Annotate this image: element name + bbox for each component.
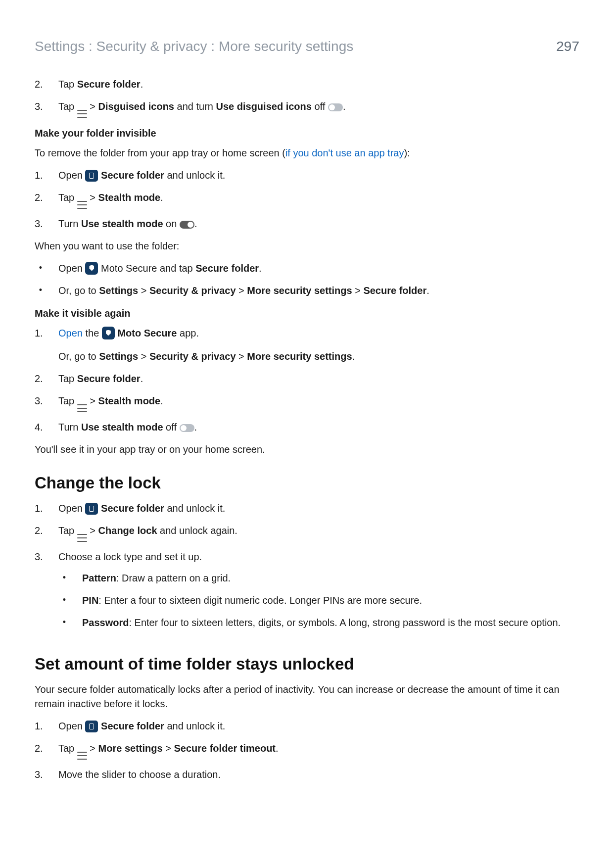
text-bold: Secure folder bbox=[101, 503, 164, 514]
text: Tap bbox=[58, 192, 77, 203]
text: Moto Secure and tap bbox=[98, 263, 195, 274]
text-bold: Stealth mode bbox=[98, 395, 161, 406]
text: and unlock again. bbox=[157, 525, 237, 536]
text: Turn bbox=[58, 422, 81, 433]
section-change-lock: Change the lock bbox=[35, 474, 579, 492]
breadcrumb: Settings : Security & privacy : More sec… bbox=[35, 39, 353, 54]
step-item: 2. Tap Secure folder. bbox=[35, 372, 579, 386]
steps-changelock: 1. Open Secure folder and unlock it. 2. … bbox=[35, 501, 579, 638]
secure-folder-icon bbox=[85, 721, 98, 732]
text: Turn bbox=[58, 218, 81, 229]
text: Open bbox=[58, 721, 85, 731]
section-timeout: Set amount of time folder stays unlocked bbox=[35, 655, 579, 674]
step-item: 1. Open Secure folder and unlock it. bbox=[35, 719, 579, 733]
text: . bbox=[160, 192, 163, 203]
text-bold: PIN bbox=[82, 595, 98, 606]
text: . bbox=[276, 743, 279, 754]
text: > bbox=[87, 101, 98, 112]
text: Tap bbox=[58, 743, 77, 754]
step-item: 2. Tap > More settings > Secure folder t… bbox=[35, 741, 579, 760]
step-item: 1. Open the Moto Secure app. Or, go to S… bbox=[35, 326, 579, 364]
step-number: 2. bbox=[35, 524, 47, 542]
text: Tap bbox=[58, 525, 77, 536]
steps-disguised: 2. Tap Secure folder. 3. Tap > Disguised… bbox=[35, 77, 579, 118]
step-number: 3. bbox=[35, 394, 47, 412]
text: Tap bbox=[58, 79, 77, 90]
text-bold: Secure folder bbox=[195, 263, 259, 274]
list-item: Password: Enter four to sixteen letters,… bbox=[58, 616, 579, 630]
text: . bbox=[194, 218, 197, 229]
step-item: 1. Open Secure folder and unlock it. bbox=[35, 168, 579, 183]
step-number: 2. bbox=[35, 741, 47, 760]
page-header: Settings : Security & privacy : More sec… bbox=[35, 39, 579, 54]
menu-icon bbox=[77, 752, 87, 760]
text: Or, go to bbox=[58, 285, 99, 296]
text: . bbox=[426, 285, 429, 296]
list-item: Or, go to Settings > Security & privacy … bbox=[35, 284, 579, 298]
step-item: 1. Open Secure folder and unlock it. bbox=[35, 501, 579, 516]
steps-visible: 1. Open the Moto Secure app. Or, go to S… bbox=[35, 326, 579, 434]
text: off bbox=[312, 101, 328, 112]
text-bold: Secure folder timeout bbox=[174, 743, 276, 754]
page-number: 297 bbox=[556, 39, 579, 54]
text: . bbox=[352, 351, 355, 362]
text-bold: Security & privacy bbox=[149, 285, 236, 296]
text: Open bbox=[58, 170, 85, 181]
toggle-off-icon bbox=[180, 424, 194, 432]
menu-icon bbox=[77, 201, 87, 209]
text-bold: Use stealth mode bbox=[81, 218, 163, 229]
step-number: 2. bbox=[35, 372, 47, 386]
step-number: 2. bbox=[35, 191, 47, 209]
step-number: 3. bbox=[35, 550, 47, 638]
secure-folder-icon bbox=[85, 170, 98, 182]
steps-timeout: 1. Open Secure folder and unlock it. 2. … bbox=[35, 719, 579, 782]
text-bold: Stealth mode bbox=[98, 192, 161, 203]
step-item: 2. Tap > Stealth mode. bbox=[35, 191, 579, 209]
bullet-list: Open Moto Secure and tap Secure folder. … bbox=[35, 261, 579, 298]
secure-folder-icon bbox=[85, 503, 98, 515]
text: > bbox=[87, 525, 98, 536]
menu-icon bbox=[77, 110, 87, 118]
step-item: 3. Tap > Disguised icons and turn Use di… bbox=[35, 99, 579, 118]
lock-type-list: Pattern: Draw a pattern on a grid. PIN: … bbox=[58, 571, 579, 630]
text-bold: Moto Secure bbox=[117, 328, 177, 338]
text: ): bbox=[404, 147, 410, 158]
text: > bbox=[236, 285, 247, 296]
text: > bbox=[163, 743, 174, 754]
document-page: Settings : Security & privacy : More sec… bbox=[0, 0, 614, 868]
link-text[interactable]: Open bbox=[58, 328, 83, 338]
text-bold: Secure folder bbox=[363, 285, 426, 296]
text-bold: Pattern bbox=[82, 573, 116, 583]
text: and unlock it. bbox=[164, 721, 225, 731]
link-text[interactable]: if you don't use an app tray bbox=[285, 147, 404, 158]
text: > bbox=[138, 285, 149, 296]
step-item: 4. Turn Use stealth mode off . bbox=[35, 420, 579, 434]
text: . bbox=[141, 373, 143, 384]
subheading-visible: Make it visible again bbox=[35, 308, 579, 319]
text: > bbox=[87, 192, 98, 203]
step-number: 1. bbox=[35, 501, 47, 516]
text-bold: More security settings bbox=[247, 285, 352, 296]
text-bold: Use disguised icons bbox=[216, 101, 312, 112]
text: off bbox=[163, 422, 180, 433]
menu-icon bbox=[77, 404, 87, 412]
step-number: 1. bbox=[35, 326, 47, 364]
text: Choose a lock type and set it up. bbox=[58, 551, 202, 562]
list-item: Open Moto Secure and tap Secure folder. bbox=[35, 261, 579, 276]
step-number: 3. bbox=[35, 99, 47, 118]
text: Open bbox=[58, 503, 85, 514]
text: > bbox=[87, 743, 98, 754]
text: Or, go to bbox=[58, 351, 99, 362]
toggle-off-icon bbox=[328, 103, 343, 111]
text: Tap bbox=[58, 373, 77, 384]
paragraph: To remove the folder from your app tray … bbox=[35, 146, 579, 160]
text-bold: More security settings bbox=[247, 351, 352, 362]
text: > bbox=[138, 351, 149, 362]
text: Move the slider to choose a duration. bbox=[58, 768, 579, 782]
step-item: 3. Move the slider to choose a duration. bbox=[35, 768, 579, 782]
text: Tap bbox=[58, 395, 77, 406]
text: . bbox=[194, 422, 197, 433]
text: and unlock it. bbox=[164, 170, 225, 181]
text-bold: Settings bbox=[99, 285, 138, 296]
text: : Draw a pattern on a grid. bbox=[116, 573, 231, 583]
